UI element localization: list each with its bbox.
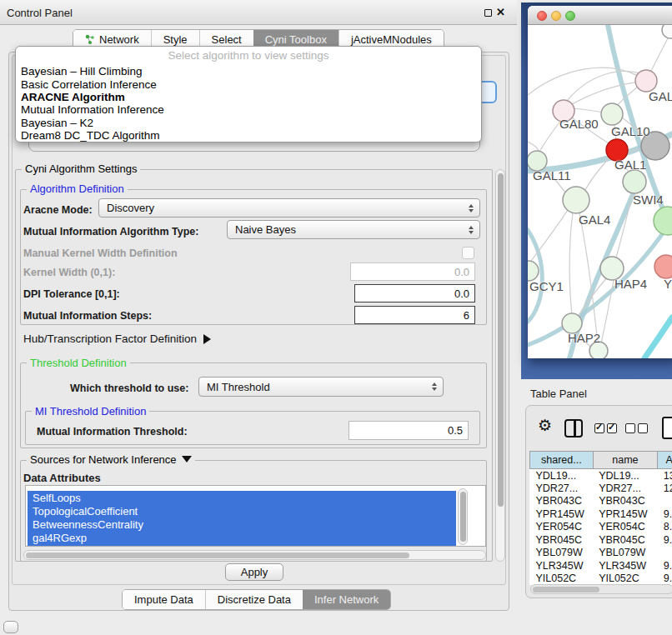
settings-scrollbar[interactable]: [495, 169, 505, 562]
mi-type-select[interactable]: Naive Bayes: [227, 220, 480, 239]
stepper-arrows-icon: [432, 382, 437, 391]
deselect-all-columns-button[interactable]: [625, 423, 648, 433]
data-attributes-list[interactable]: SelfLoops TopologicalCoefficient Between…: [25, 485, 486, 547]
tab-network-label: Network: [99, 33, 139, 46]
network-view-window[interactable]: GAL80 GAL10 GAL1 GAL11 SWI4 GAL4 GCY1 HA…: [528, 6, 672, 358]
table-hscrollbar[interactable]: [530, 584, 672, 594]
algorithm-dropdown-placeholder: Select algorithm to view settings: [16, 49, 481, 62]
mi-threshold-frame-title: MI Threshold Definition: [32, 405, 149, 418]
collapsed-arrow-icon: [203, 334, 211, 344]
checked-box-icon: [594, 423, 604, 433]
aracne-mode-label: Aracne Mode:: [23, 204, 93, 216]
checked-box-icon: [607, 423, 617, 433]
network-node-label: GCY1: [529, 279, 564, 293]
kernel-width-label: Kernel Width (0,1):: [23, 267, 115, 278]
table-row[interactable]: YIL052CYIL052C9.: [530, 572, 672, 586]
select-all-columns-button[interactable]: [594, 423, 617, 433]
algorithm-option-selected[interactable]: ARACNE Algorithm: [21, 91, 125, 103]
mi-steps-field[interactable]: 6: [354, 306, 475, 324]
algorithm-option[interactable]: Dream8 DC_TDC Algorithm: [21, 129, 160, 142]
unchecked-box-icon: [638, 423, 648, 433]
control-panel-titlebar: Control Panel ✕: [0, 0, 517, 25]
table-row[interactable]: YDR27...YDR27...12: [530, 482, 672, 495]
tab-impute-data[interactable]: Impute Data: [123, 590, 205, 609]
algorithm-dropdown[interactable]: Select algorithm to view settings Bayesi…: [15, 46, 482, 142]
node-partial-top[interactable]: [662, 25, 672, 38]
attribute-item[interactable]: SelfLoops: [33, 492, 81, 504]
zoom-traffic-icon[interactable]: [565, 11, 575, 21]
network-node-label: GAL4: [579, 212, 610, 227]
manual-kernel-checkbox[interactable]: [462, 247, 474, 259]
new-table-icon[interactable]: [662, 417, 672, 439]
sources-frame-title[interactable]: Sources for Network Inference: [27, 453, 195, 466]
stepper-arrows-icon: [469, 204, 474, 212]
algorithm-option[interactable]: Basic Correlation Inference: [21, 78, 157, 91]
node-salmon[interactable]: [654, 255, 672, 278]
network-node-label: GAL1: [614, 158, 646, 172]
table-panel: ⚙ shared... name A YDL19...YDL19...13 YD…: [525, 405, 672, 598]
network-window-titlebar[interactable]: [528, 6, 672, 25]
node-big-green[interactable]: [654, 207, 672, 235]
table-row[interactable]: YLR345WYLR345W9.: [530, 559, 672, 572]
network-icon: [85, 34, 95, 45]
dpi-tolerance-field[interactable]: 0.0: [354, 284, 475, 302]
mi-threshold-label: Mutual Information Threshold:: [37, 426, 188, 438]
dpi-tolerance-label: DPI Tolerance [0,1]:: [23, 288, 120, 300]
control-panel-title: Control Panel: [7, 7, 73, 19]
minimize-traffic-icon[interactable]: [551, 11, 561, 21]
node-gal10[interactable]: [601, 103, 623, 125]
attribute-item[interactable]: BetweennessCentrality: [33, 518, 143, 531]
table-panel-title: Table Panel: [530, 388, 587, 400]
table-row[interactable]: YER054CYER054C8.: [530, 521, 672, 534]
table-settings-button[interactable]: ⚙: [538, 416, 552, 435]
node-swi4[interactable]: [623, 170, 646, 193]
column-header-shared-name[interactable]: shared...: [530, 452, 594, 469]
aracne-mode-select[interactable]: Discovery: [98, 198, 480, 218]
column-header-partial[interactable]: A: [658, 452, 672, 469]
bottom-tabbar: Impute Data Discretize Data Infer Networ…: [122, 589, 391, 610]
kernel-width-field[interactable]: 0.0: [350, 262, 475, 281]
node-gcy1[interactable]: [528, 261, 539, 281]
corner-mini-button[interactable]: [3, 621, 18, 633]
tab-infer-network[interactable]: Infer Network: [303, 590, 390, 609]
mi-steps-label: Mutual Information Steps:: [23, 310, 152, 322]
hub-definition-toggle[interactable]: Hub/Transcription Factor Definition: [23, 332, 211, 345]
apply-button[interactable]: Apply: [225, 563, 283, 581]
network-canvas[interactable]: GAL80 GAL10 GAL1 GAL11 SWI4 GAL4 GCY1 HA…: [528, 25, 672, 358]
manual-kernel-label: Manual Kernel Width Definition: [23, 248, 178, 259]
network-graph: [528, 25, 672, 358]
data-attributes-label: Data Attributes: [23, 472, 101, 484]
mi-threshold-field[interactable]: 0.5: [349, 421, 469, 440]
float-panel-icon[interactable]: [484, 9, 492, 17]
algorithm-option[interactable]: Bayesian – K2: [21, 117, 93, 129]
table-row[interactable]: YPR145WYPR145W9.: [530, 508, 672, 521]
table-row[interactable]: YBR045CYBR045C9.: [530, 533, 672, 547]
network-node-label: HAP4: [614, 277, 647, 291]
mi-type-label: Mutual Information Algorithm Type:: [23, 226, 198, 238]
attributes-hscrollbar[interactable]: [23, 550, 486, 560]
stepper-arrows-icon: [469, 226, 474, 234]
algorithm-option[interactable]: Mutual Information Inference: [21, 103, 164, 116]
table-row[interactable]: YDL19...YDL19...13: [530, 469, 672, 482]
node-table: shared... name A YDL19...YDL19...13 YDR2…: [529, 451, 672, 585]
split-view-icon[interactable]: [564, 419, 583, 438]
network-node-label: GAL: [649, 89, 672, 103]
which-threshold-select[interactable]: MI Threshold: [198, 377, 444, 397]
close-traffic-icon[interactable]: [537, 11, 547, 21]
column-header-name[interactable]: name: [593, 452, 658, 469]
algorithm-option[interactable]: Bayesian – Hill Climbing: [21, 65, 143, 78]
close-icon[interactable]: ✕: [496, 6, 505, 18]
gear-icon: ⚙: [538, 417, 552, 434]
attribute-item[interactable]: TopologicalCoefficient: [33, 505, 138, 518]
table-row[interactable]: YBR043CYBR043C: [530, 495, 672, 508]
unchecked-box-icon: [625, 423, 635, 433]
tab-discretize-data[interactable]: Discretize Data: [205, 590, 303, 609]
attribute-item[interactable]: gal4RGexp: [33, 532, 87, 544]
attributes-scrollbar[interactable]: [458, 488, 468, 545]
which-threshold-label: Which threshold to use:: [70, 382, 188, 394]
network-desktop: GAL80 GAL10 GAL1 GAL11 SWI4 GAL4 GCY1 HA…: [521, 0, 672, 379]
table-row[interactable]: YBL079WYBL079W: [530, 547, 672, 560]
network-node-label: GAL11: [533, 168, 571, 182]
network-node-label: GAL80: [559, 117, 599, 131]
node-gal4[interactable]: [563, 187, 589, 213]
